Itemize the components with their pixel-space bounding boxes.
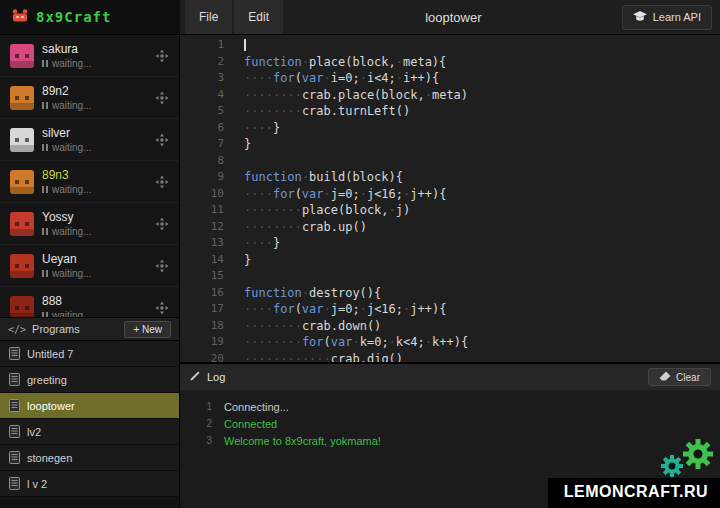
code-line[interactable]: 16function·destroy(){ bbox=[180, 285, 720, 302]
whitespace-dot: · bbox=[295, 104, 302, 118]
code-text: function·place(block,·meta){ bbox=[244, 54, 446, 71]
code-line[interactable]: 18········crab.down() bbox=[180, 318, 720, 335]
teleport-compass-icon[interactable] bbox=[155, 49, 169, 63]
code-token: j++){ bbox=[410, 302, 446, 316]
whitespace-dot: · bbox=[360, 302, 367, 316]
line-number: 5 bbox=[180, 103, 236, 120]
player-row[interactable]: 89n2waiting... bbox=[0, 77, 179, 119]
learn-api-button[interactable]: Learn API bbox=[622, 5, 712, 30]
code-token: crab.turnLeft() bbox=[302, 104, 410, 118]
code-line[interactable]: 1 bbox=[180, 37, 720, 54]
code-line[interactable]: 19········for(var·k=0;·k<4;·k++){ bbox=[180, 334, 720, 351]
code-token-keyword: function bbox=[244, 170, 302, 184]
code-text: } bbox=[244, 252, 251, 269]
programs-header: </> Programs + New bbox=[0, 317, 179, 341]
menu-edit[interactable]: Edit bbox=[234, 0, 283, 34]
code-line[interactable]: 5········crab.turnLeft() bbox=[180, 103, 720, 120]
teleport-compass-icon[interactable] bbox=[155, 259, 169, 273]
whitespace-dot: · bbox=[352, 335, 359, 349]
document-icon bbox=[9, 399, 20, 412]
code-token: j++){ bbox=[410, 187, 446, 201]
code-line[interactable]: 2function·place(block,·meta){ bbox=[180, 54, 720, 71]
code-line[interactable]: 8 bbox=[180, 153, 720, 170]
player-avatar bbox=[10, 170, 34, 194]
whitespace-dot: · bbox=[258, 319, 265, 333]
teleport-compass-icon[interactable] bbox=[155, 175, 169, 189]
line-number: 13 bbox=[180, 235, 236, 252]
whitespace-dot: · bbox=[302, 55, 309, 69]
code-line[interactable]: 10····for(var·j=0;·j<16;·j++){ bbox=[180, 186, 720, 203]
document-title: looptower bbox=[425, 10, 481, 25]
line-number: 20 bbox=[180, 351, 236, 363]
log-entry: 2Connected bbox=[180, 415, 720, 432]
main-layout: sakurawaiting...89n2waiting...silverwait… bbox=[0, 35, 720, 508]
log-entry-number: 1 bbox=[180, 401, 224, 412]
code-line[interactable]: 14} bbox=[180, 252, 720, 269]
crab-logo-icon bbox=[10, 8, 30, 27]
player-row[interactable]: 888waiting... bbox=[0, 287, 179, 317]
teleport-compass-icon[interactable] bbox=[155, 217, 169, 231]
line-number: 4 bbox=[180, 87, 236, 104]
code-text: ····} bbox=[244, 235, 280, 252]
whitespace-dot: · bbox=[295, 203, 302, 217]
player-row[interactable]: Yossywaiting... bbox=[0, 203, 179, 245]
code-line[interactable]: 9function·build(block){ bbox=[180, 169, 720, 186]
whitespace-dot: · bbox=[258, 203, 265, 217]
clear-log-button[interactable]: Clear bbox=[648, 368, 711, 386]
watermark: LEMONCRAFT.RU bbox=[548, 478, 720, 508]
menu-file[interactable]: File bbox=[185, 0, 232, 34]
teleport-compass-icon[interactable] bbox=[155, 301, 169, 315]
code-line[interactable]: 17····for(var·j=0;·j<16;·j++){ bbox=[180, 301, 720, 318]
new-program-button[interactable]: + New bbox=[124, 321, 171, 338]
whitespace-dot: · bbox=[360, 71, 367, 85]
gears-icon bbox=[652, 432, 718, 482]
log-title: Log bbox=[207, 371, 225, 383]
player-status-text: waiting... bbox=[52, 142, 91, 153]
code-line[interactable]: 4········crab.place(block,·meta) bbox=[180, 87, 720, 104]
app-logo: 8x9Craft bbox=[0, 0, 180, 34]
code-token-keyword: for bbox=[302, 335, 324, 349]
code-token: meta) bbox=[432, 88, 468, 102]
code-line[interactable]: 6····} bbox=[180, 120, 720, 137]
code-line[interactable]: 12········crab.up() bbox=[180, 219, 720, 236]
code-token: } bbox=[273, 236, 280, 250]
code-line[interactable]: 11········place(block,·j) bbox=[180, 202, 720, 219]
title-area: looptower bbox=[285, 0, 622, 34]
whitespace-dot: · bbox=[258, 187, 265, 201]
teleport-compass-icon[interactable] bbox=[155, 91, 169, 105]
program-item[interactable]: Untitled 7 bbox=[0, 341, 179, 367]
learn-api-label: Learn API bbox=[653, 11, 701, 23]
player-avatar bbox=[10, 212, 34, 236]
player-row[interactable]: 89n3waiting... bbox=[0, 161, 179, 203]
player-row[interactable]: silverwaiting... bbox=[0, 119, 179, 161]
program-name: Untitled 7 bbox=[27, 348, 73, 360]
program-item[interactable]: l v 2 bbox=[0, 471, 179, 497]
code-text: ········crab.down() bbox=[244, 318, 381, 335]
program-list: Untitled 7greetinglooptowerlv2stonegenl … bbox=[0, 341, 179, 497]
code-token: } bbox=[244, 137, 251, 151]
code-editor[interactable]: 12function·place(block,·meta){3····for(v… bbox=[180, 35, 720, 362]
player-status-text: waiting... bbox=[52, 268, 91, 279]
program-item[interactable]: greeting bbox=[0, 367, 179, 393]
program-item[interactable]: looptower bbox=[0, 393, 179, 419]
player-row[interactable]: sakurawaiting... bbox=[0, 35, 179, 77]
program-item[interactable]: lv2 bbox=[0, 419, 179, 445]
code-line[interactable]: 3····for(var·i=0;·i<4;·i++){ bbox=[180, 70, 720, 87]
program-item[interactable]: stonegen bbox=[0, 445, 179, 471]
code-line[interactable]: 15 bbox=[180, 268, 720, 285]
whitespace-dot: · bbox=[266, 220, 273, 234]
player-row[interactable]: Ueyanwaiting... bbox=[0, 245, 179, 287]
code-token-keyword: function bbox=[244, 55, 302, 69]
whitespace-dot: · bbox=[324, 352, 331, 363]
code-line[interactable]: 20············crab.dig() bbox=[180, 351, 720, 363]
line-number: 14 bbox=[180, 252, 236, 269]
player-info: 89n2waiting... bbox=[42, 84, 155, 111]
player-status-text: waiting... bbox=[52, 100, 91, 111]
player-status-text: waiting... bbox=[52, 184, 91, 195]
line-number: 18 bbox=[180, 318, 236, 335]
code-line[interactable]: 13····} bbox=[180, 235, 720, 252]
player-status-text: waiting... bbox=[52, 226, 91, 237]
code-line[interactable]: 7} bbox=[180, 136, 720, 153]
whitespace-dot: · bbox=[295, 319, 302, 333]
teleport-compass-icon[interactable] bbox=[155, 133, 169, 147]
